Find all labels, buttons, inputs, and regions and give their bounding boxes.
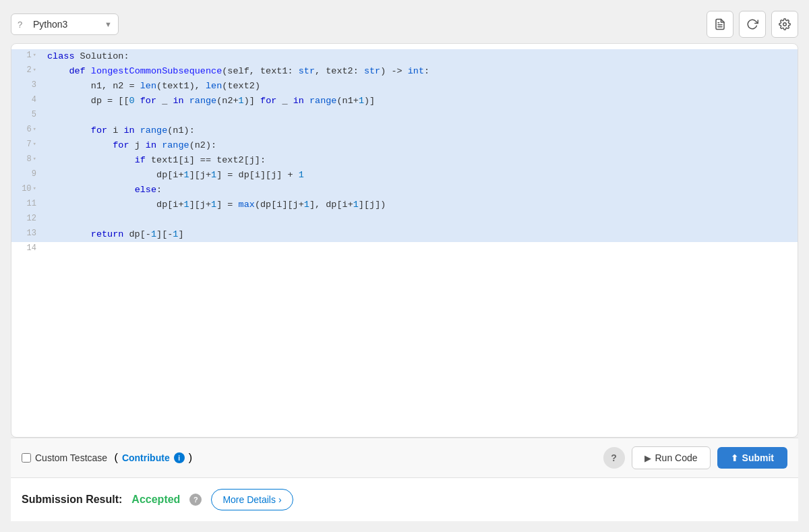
submission-status: Accepted — [131, 494, 180, 506]
code-content: return dp[-1][-1] — [42, 227, 184, 242]
save-icon — [714, 18, 726, 30]
code-content: n1, n2 = len(text1), len(text2) — [42, 79, 260, 94]
submit-button[interactable]: ⬆ Submit — [717, 447, 787, 469]
refresh-button[interactable] — [739, 11, 766, 38]
line-number: 4 — [32, 94, 36, 107]
contribute-link[interactable]: Contribute — [122, 452, 170, 463]
code-content — [42, 242, 53, 257]
line-number: 5 — [32, 109, 36, 121]
code-area[interactable]: 1▾class Solution:2▾ def longestCommonSub… — [11, 44, 798, 437]
submission-result-label: Submission Result: — [22, 494, 122, 506]
run-code-label: Run Code — [655, 452, 698, 463]
custom-testcase-label: Custom Testcase — [35, 452, 107, 463]
code-content — [42, 109, 53, 123]
contribute-paren-open: ( — [111, 452, 118, 464]
fold-arrow-icon[interactable]: ▾ — [33, 125, 36, 134]
line-number: 9 — [32, 168, 36, 181]
code-content: else: — [42, 183, 162, 198]
settings-button[interactable] — [771, 11, 798, 38]
contribute-info-icon[interactable]: i — [174, 452, 185, 463]
contribute-paren-close: ) — [189, 452, 192, 464]
table-row: 13 return dp[-1][-1] — [11, 227, 798, 242]
svg-point-2 — [783, 23, 787, 26]
table-row: 9 dp[i+1][j+1] = dp[i][j] + 1 — [11, 168, 798, 183]
toolbar-right — [707, 11, 798, 38]
run-code-button[interactable]: ▶ Run Code — [632, 446, 711, 469]
line-number: 10 — [22, 183, 31, 196]
more-details-button[interactable]: More Details › — [211, 489, 293, 510]
editor-container: 1▾class Solution:2▾ def longestCommonSub… — [11, 43, 798, 438]
bottom-bar: Custom Testcase ( Contribute i ) ? ▶ Run… — [11, 438, 798, 477]
table-row: 3 n1, n2 = len(text1), len(text2) — [11, 79, 798, 94]
code-content: dp[i+1][j+1] = max(dp[i][j+1], dp[i+1][j… — [42, 198, 386, 212]
language-select[interactable]: Python3 Python Java C++ JavaScript — [11, 13, 119, 35]
code-content: dp[i+1][j+1] = dp[i][j] + 1 — [42, 168, 304, 183]
table-row: 11 dp[i+1][j+1] = max(dp[i][j+1], dp[i+1… — [11, 198, 798, 212]
line-number: 3 — [32, 79, 36, 92]
line-number: 2 — [26, 64, 31, 77]
table-row: 2▾ def longestCommonSubsequence(self, te… — [11, 64, 798, 79]
code-content: class Solution: — [42, 49, 129, 64]
save-button[interactable] — [707, 11, 733, 38]
code-content: for i in range(n1): — [42, 123, 195, 138]
table-row: 8▾ if text1[i] == text2[j]: — [11, 153, 798, 168]
custom-testcase-checkbox[interactable] — [22, 453, 31, 463]
refresh-icon — [746, 18, 758, 30]
play-icon: ▶ — [645, 453, 651, 463]
code-content: def longestCommonSubsequence(self, text1… — [42, 64, 429, 79]
line-number: 6 — [26, 123, 31, 136]
bottom-left: Custom Testcase ( Contribute i ) — [22, 452, 192, 464]
main-container: ? Python3 Python Java C++ JavaScript ▼ — [0, 0, 809, 532]
fold-arrow-icon[interactable]: ▾ — [33, 154, 36, 164]
fold-arrow-icon[interactable]: ▾ — [33, 65, 36, 75]
fold-arrow-icon[interactable]: ▾ — [33, 140, 36, 149]
gear-icon — [779, 18, 791, 30]
table-row: 1▾class Solution: — [11, 49, 798, 64]
table-row: 5 — [11, 109, 798, 123]
line-number: 12 — [27, 212, 36, 225]
table-row: 12 — [11, 212, 798, 227]
language-select-wrapper: ? Python3 Python Java C++ JavaScript ▼ — [11, 13, 119, 35]
table-row: 7▾ for j in range(n2): — [11, 138, 798, 153]
fold-arrow-icon[interactable]: ▾ — [33, 184, 36, 194]
code-content: dp = [[0 for _ in range(n2+1)] for _ in … — [42, 94, 375, 109]
code-content: if text1[i] == text2[j]: — [42, 153, 266, 168]
table-row: 4 dp = [[0 for _ in range(n2+1)] for _ i… — [11, 94, 798, 109]
line-number: 11 — [27, 198, 36, 210]
line-number: 13 — [27, 227, 36, 240]
line-number: 14 — [27, 242, 36, 255]
line-number: 7 — [26, 138, 31, 151]
table-row: 10▾ else: — [11, 183, 798, 198]
result-help-icon[interactable]: ? — [189, 494, 202, 506]
line-number: 8 — [26, 153, 31, 166]
submission-result-bar: Submission Result: Accepted ? More Detai… — [11, 477, 798, 521]
toolbar: ? Python3 Python Java C++ JavaScript ▼ — [11, 11, 798, 38]
bottom-right: ? ▶ Run Code ⬆ Submit — [603, 446, 788, 469]
more-details-arrow: › — [278, 494, 282, 505]
table-row: 6▾ for i in range(n1): — [11, 123, 798, 138]
table-row: 14 — [11, 242, 798, 257]
code-content: for j in range(n2): — [42, 138, 216, 153]
line-number: 1 — [26, 49, 31, 62]
more-details-label: More Details — [222, 494, 276, 505]
code-content — [42, 212, 53, 227]
upload-icon: ⬆ — [731, 453, 738, 463]
submit-label: Submit — [742, 452, 774, 463]
fold-arrow-icon[interactable]: ▾ — [33, 51, 36, 60]
help-button[interactable]: ? — [603, 447, 625, 469]
